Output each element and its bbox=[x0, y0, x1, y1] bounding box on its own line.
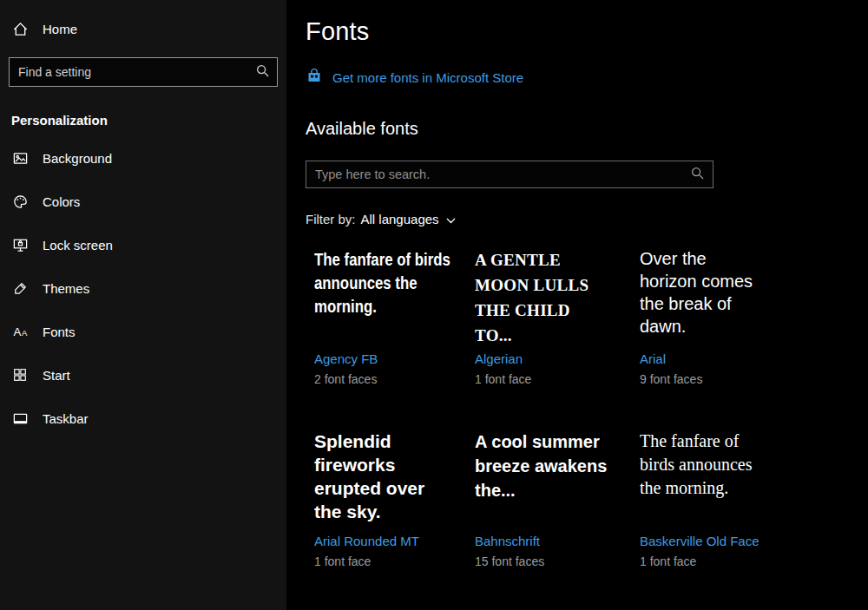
sidebar-item-colors[interactable]: Colors bbox=[0, 180, 286, 223]
sidebar-item-fonts[interactable]: A A Fonts bbox=[0, 310, 286, 353]
store-link-label: Get more fonts in Microsoft Store bbox=[332, 70, 523, 85]
available-fonts-title: Available fonts bbox=[306, 119, 868, 139]
home-icon bbox=[11, 20, 29, 37]
font-preview: Over the horizon comes the break of dawn… bbox=[640, 247, 763, 350]
store-link[interactable]: Get more fonts in Microsoft Store bbox=[306, 68, 523, 88]
sidebar-item-taskbar[interactable]: Taskbar bbox=[0, 397, 286, 440]
font-name-link[interactable]: Baskerville Old Face bbox=[640, 534, 813, 548]
lock-screen-icon bbox=[11, 236, 29, 253]
font-search-box[interactable] bbox=[306, 161, 713, 188]
sidebar-item-label: Home bbox=[43, 22, 77, 36]
sidebar-item-home[interactable]: Home bbox=[0, 10, 286, 47]
font-search-input[interactable] bbox=[306, 161, 691, 187]
settings-window: Home Personalization Backgro bbox=[0, 0, 868, 610]
find-setting-searchbox[interactable] bbox=[9, 57, 278, 87]
sidebar-item-label: Background bbox=[43, 151, 112, 166]
find-setting-input[interactable] bbox=[10, 58, 256, 86]
sidebar-nav: Background Colors bbox=[0, 136, 286, 440]
sidebar-item-label: Themes bbox=[43, 281, 89, 296]
sidebar-item-label: Colors bbox=[43, 194, 80, 209]
font-faces-count: 1 font face bbox=[640, 554, 813, 568]
sidebar-item-label: Taskbar bbox=[43, 411, 89, 426]
sidebar-item-background[interactable]: Background bbox=[0, 136, 286, 180]
sidebar-item-start[interactable]: Start bbox=[0, 353, 286, 397]
language-filter-dropdown[interactable]: All languages bbox=[361, 212, 456, 226]
font-card-bahnschrift[interactable]: A cool summer breeze awakens the... Bahn… bbox=[475, 430, 640, 568]
font-preview: The fanfare of birds announces the morni… bbox=[314, 247, 462, 350]
sidebar-item-label: Start bbox=[43, 368, 70, 383]
search-icon[interactable] bbox=[256, 64, 269, 81]
search-icon[interactable] bbox=[691, 167, 704, 183]
font-preview: A cool summer breeze awakens the... bbox=[475, 430, 614, 532]
font-faces-count: 15 font faces bbox=[475, 554, 640, 568]
font-name-link[interactable]: Bahnschrift bbox=[475, 534, 640, 548]
font-card-algerian[interactable]: A GENTLE MOON LULLS THE CHILD TO... Alge… bbox=[475, 247, 640, 386]
font-card-arial-rounded-mt[interactable]: Splendid fireworks erupted over the sky.… bbox=[314, 430, 475, 568]
svg-text:A: A bbox=[13, 325, 21, 338]
fonts-icon: A A bbox=[11, 323, 29, 340]
microsoft-store-icon bbox=[306, 68, 323, 88]
font-name-link[interactable]: Algerian bbox=[475, 351, 640, 366]
filter-value: All languages bbox=[361, 212, 439, 226]
sidebar: Home Personalization Backgro bbox=[0, 0, 286, 610]
filter-row: Filter by: All languages bbox=[306, 212, 868, 226]
taskbar-icon bbox=[11, 410, 29, 427]
font-name-link[interactable]: Agency FB bbox=[314, 351, 475, 366]
sidebar-item-label: Lock screen bbox=[43, 238, 113, 253]
themes-icon bbox=[11, 279, 29, 297]
font-faces-count: 1 font face bbox=[314, 554, 475, 568]
font-name-link[interactable]: Arial bbox=[640, 351, 813, 366]
sidebar-item-themes[interactable]: Themes bbox=[0, 266, 286, 310]
font-card-agency-fb[interactable]: The fanfare of birds announces the morni… bbox=[314, 247, 475, 386]
fonts-grid: The fanfare of birds announces the morni… bbox=[306, 247, 868, 568]
font-faces-count: 2 font faces bbox=[314, 372, 475, 386]
font-faces-count: 1 font face bbox=[475, 372, 640, 386]
background-icon bbox=[11, 149, 29, 167]
colors-icon bbox=[11, 193, 29, 210]
font-preview: Splendid fireworks erupted over the sky. bbox=[314, 430, 446, 532]
sidebar-item-label: Fonts bbox=[43, 325, 76, 339]
filter-label: Filter by: bbox=[306, 212, 356, 226]
font-name-link[interactable]: Arial Rounded MT bbox=[314, 534, 475, 548]
font-faces-count: 9 font faces bbox=[640, 372, 813, 386]
page-title: Fonts bbox=[306, 17, 868, 46]
start-icon bbox=[11, 366, 29, 384]
chevron-down-icon bbox=[446, 212, 456, 226]
main-content: Fonts Get more fonts in Microsoft Store … bbox=[286, 0, 868, 610]
sidebar-section-title: Personalization bbox=[0, 99, 286, 136]
font-card-baskerville-old-face[interactable]: The fanfare of birds announces the morni… bbox=[640, 430, 813, 568]
font-preview: The fanfare of birds announces the morni… bbox=[640, 430, 774, 532]
svg-text:A: A bbox=[21, 328, 27, 338]
font-preview: A GENTLE MOON LULLS THE CHILD TO... bbox=[475, 247, 598, 350]
font-card-arial[interactable]: Over the horizon comes the break of dawn… bbox=[640, 247, 813, 386]
sidebar-item-lock-screen[interactable]: Lock screen bbox=[0, 223, 286, 266]
